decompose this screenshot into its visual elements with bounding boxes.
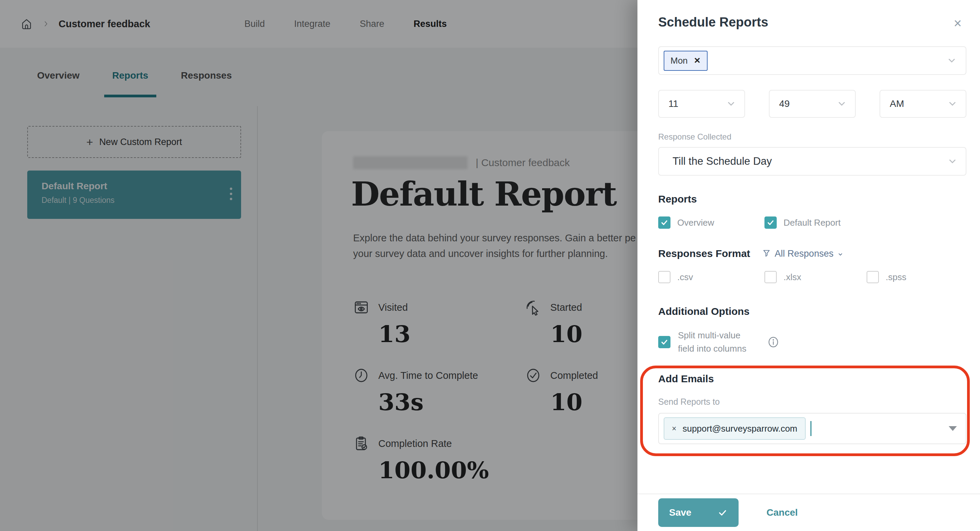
format-options: .csv .xlsx .spss (658, 271, 966, 283)
chevron-down-icon (947, 56, 957, 66)
checkbox-checked-icon[interactable] (658, 336, 670, 348)
response-collected-value: Till the Schedule Day (673, 155, 772, 167)
checkbox-unchecked-icon[interactable] (867, 271, 879, 283)
panel-footer: Save Cancel (638, 494, 980, 531)
checkbox-checked-icon[interactable] (658, 216, 670, 229)
hour-select[interactable]: 11 (658, 90, 745, 118)
checkbox-label: Default Report (784, 218, 841, 228)
meridiem-value: AM (890, 99, 904, 109)
minute-select[interactable]: 49 (769, 90, 856, 118)
responses-filter[interactable]: All Responses (762, 248, 844, 259)
checkbox-label: .spss (886, 272, 907, 283)
save-button[interactable]: Save (658, 498, 738, 527)
app-root: Customer feedback Build Integrate Share … (0, 0, 980, 531)
close-icon[interactable]: × (954, 16, 962, 30)
panel-title: Schedule Reports (658, 15, 768, 30)
day-select[interactable]: Mon ✕ (658, 46, 966, 75)
checkbox-overview[interactable]: Overview (658, 216, 764, 229)
checkbox-label: .csv (677, 272, 693, 283)
reports-section-heading: Reports (658, 193, 966, 205)
checkbox-unchecked-icon[interactable] (764, 271, 777, 283)
chevron-down-icon (726, 99, 736, 109)
chevron-down-icon (837, 99, 847, 109)
checkbox-spss[interactable]: .spss (867, 271, 907, 283)
response-collected-select[interactable]: Till the Schedule Day (658, 147, 966, 176)
minute-value: 49 (779, 99, 790, 109)
hour-value: 11 (668, 99, 678, 109)
text-cursor (810, 421, 811, 436)
email-recipients-input[interactable]: × support@surveysparrow.com (658, 413, 966, 444)
send-reports-to-label: Send Reports to (658, 397, 966, 407)
responses-format-heading: Responses Format (658, 248, 750, 259)
split-multivalue-option[interactable]: Split multi-value field into columns (658, 329, 966, 355)
time-row: 11 49 AM (658, 90, 966, 118)
save-label: Save (669, 507, 691, 518)
additional-options-heading: Additional Options (658, 306, 966, 317)
dropdown-caret-icon[interactable] (949, 426, 957, 431)
checkbox-checked-icon[interactable] (764, 216, 777, 229)
meridiem-select[interactable]: AM (880, 90, 966, 118)
chevron-down-icon (837, 251, 844, 258)
response-collected-label: Response Collected (658, 132, 966, 141)
check-icon (718, 507, 728, 518)
add-emails-section: Add Emails Send Reports to × support@sur… (658, 373, 966, 444)
info-icon[interactable] (767, 336, 779, 348)
checkbox-label: Split multi-value field into columns (678, 329, 746, 355)
checkbox-xlsx[interactable]: .xlsx (764, 271, 867, 283)
reports-options: Overview Default Report (658, 216, 966, 229)
checkbox-default-report[interactable]: Default Report (764, 216, 841, 229)
day-tag: Mon ✕ (663, 51, 708, 71)
modal-overlay (0, 0, 638, 531)
checkbox-unchecked-icon[interactable] (658, 271, 670, 283)
schedule-reports-panel: Schedule Reports × Mon ✕ 11 49 (638, 0, 980, 531)
day-tag-label: Mon (670, 56, 688, 66)
add-emails-heading: Add Emails (658, 373, 966, 385)
email-tag-label: support@surveysparrow.com (682, 423, 797, 434)
checkbox-csv[interactable]: .csv (658, 271, 764, 283)
responses-filter-label: All Responses (775, 248, 834, 259)
email-tag-remove-icon[interactable]: × (672, 424, 676, 433)
checkbox-label: Overview (677, 218, 714, 228)
cancel-button[interactable]: Cancel (764, 507, 800, 518)
day-tag-remove-icon[interactable]: ✕ (694, 56, 701, 65)
email-tag: × support@surveysparrow.com (663, 417, 806, 440)
chevron-down-icon (947, 156, 958, 167)
filter-funnel-icon (762, 249, 771, 258)
chevron-down-icon (947, 99, 958, 109)
checkbox-label: .xlsx (784, 272, 801, 283)
